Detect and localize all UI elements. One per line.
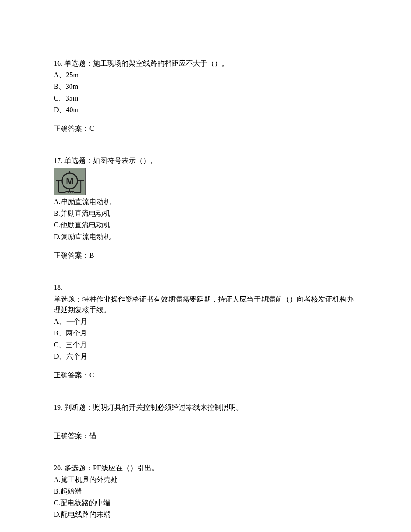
- question-type: 单选题：: [54, 295, 82, 303]
- answer-value: 错: [89, 432, 96, 440]
- option-d: D、六个月: [54, 351, 357, 362]
- question-text: 如图符号表示（）。: [93, 157, 157, 164]
- answer-row: 正确答案：C: [54, 123, 357, 134]
- option-a: A.串励直流电动机: [54, 197, 357, 207]
- question-number: 17.: [54, 157, 64, 164]
- option-c: C、35m: [54, 93, 357, 104]
- svg-text:M: M: [66, 176, 74, 187]
- option-a: A、一个月: [54, 316, 357, 327]
- question-stem: 16. 单选题：施工现场的架空线路的档距应不大于（）。: [54, 58, 357, 69]
- question-stem: 20. 多选题：PE线应在（）引出。: [54, 463, 357, 473]
- question-text: 施工现场的架空线路的档距应不大于（）。: [93, 59, 229, 67]
- answer-label: 正确答案：: [54, 371, 89, 379]
- option-d: D.配电线路的未端: [54, 509, 357, 520]
- question-type: 单选题：: [64, 59, 93, 67]
- answer-value: B: [89, 251, 94, 259]
- question-number: 20.: [54, 464, 64, 472]
- question-text: 照明灯具的开关控制必须经过零线来控制照明。: [93, 403, 243, 411]
- option-a: A、25m: [54, 70, 357, 80]
- question-type: 单选题：: [64, 157, 93, 164]
- parallel-dc-motor-icon: M: [54, 168, 86, 195]
- answer-label: 正确答案：: [54, 251, 89, 259]
- option-b: B.并励直流电动机: [54, 208, 357, 219]
- answer-label: 正确答案：: [54, 432, 89, 440]
- answer-row: 正确答案：B: [54, 250, 357, 261]
- question-16: 16. 单选题：施工现场的架空线路的档距应不大于（）。 A、25m B、30m …: [54, 58, 357, 134]
- option-b: B、两个月: [54, 328, 357, 339]
- option-c: C.配电线路的中端: [54, 498, 357, 508]
- question-number: 16.: [54, 59, 64, 67]
- question-17: 17. 单选题：如图符号表示（）。 M A.串励直流电动机 B.并励直流电动机 …: [54, 155, 357, 261]
- question-text: PE线应在（）引出。: [93, 464, 159, 472]
- option-c: C.他励直流电动机: [54, 220, 357, 230]
- question-type: 判断题：: [64, 403, 93, 411]
- question-stem: 19. 判断题：照明灯具的开关控制必须经过零线来控制照明。: [54, 402, 357, 413]
- answer-row: 正确答案：错: [54, 431, 357, 441]
- question-text: 特种作业操作资格证书有效期满需要延期，持证人应当于期满前（）向考核发证机构办理延…: [54, 295, 354, 314]
- question-number: 18.: [54, 284, 63, 291]
- question-18: 18. 单选题：特种作业操作资格证书有效期满需要延期，持证人应当于期满前（）向考…: [54, 282, 357, 381]
- question-stem: 17. 单选题：如图符号表示（）。: [54, 155, 357, 166]
- option-d: D、40m: [54, 105, 357, 115]
- answer-value: C: [89, 371, 94, 379]
- answer-row: 正确答案：C: [54, 370, 357, 381]
- question-stem: 单选题：特种作业操作资格证书有效期满需要延期，持证人应当于期满前（）向考核发证机…: [54, 294, 357, 315]
- option-b: B、30m: [54, 81, 357, 92]
- option-a: A.施工机具的外壳处: [54, 474, 357, 485]
- question-type: 多选题：: [64, 464, 93, 472]
- option-c: C、三个月: [54, 339, 357, 350]
- question-number: 19.: [54, 403, 64, 411]
- motor-symbol-image: M: [54, 168, 86, 195]
- option-d: D.复励直流电动机: [54, 231, 357, 242]
- question-20: 20. 多选题：PE线应在（）引出。 A.施工机具的外壳处 B.起始端 C.配电…: [54, 463, 357, 520]
- answer-label: 正确答案：: [54, 125, 89, 132]
- option-b: B.起始端: [54, 486, 357, 497]
- question-number-line: 18.: [54, 282, 357, 293]
- answer-value: C: [89, 125, 94, 132]
- question-19: 19. 判断题：照明灯具的开关控制必须经过零线来控制照明。 正确答案：错: [54, 402, 357, 441]
